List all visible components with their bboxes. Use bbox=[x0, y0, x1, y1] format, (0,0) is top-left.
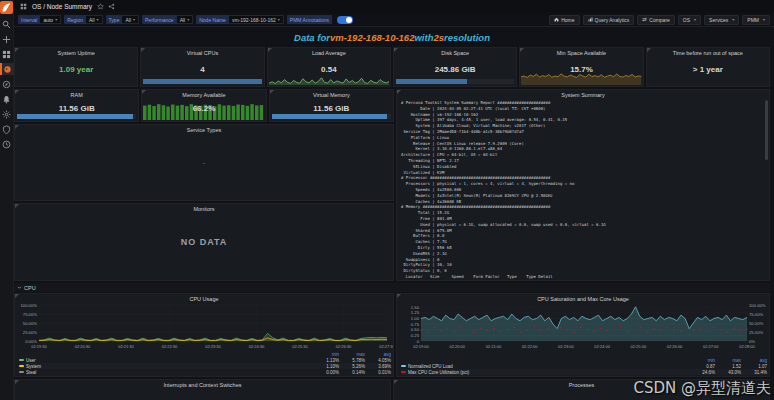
nav-query-analytics-button[interactable]: Query Analytics bbox=[583, 15, 635, 25]
configuration-icon[interactable] bbox=[1, 108, 13, 120]
panel-corner-icon bbox=[270, 90, 274, 94]
star-icon[interactable] bbox=[97, 3, 104, 10]
legend-col-avg[interactable]: avg bbox=[365, 352, 391, 357]
panel-corner-icon bbox=[268, 48, 272, 52]
dashboard-title[interactable]: OS / Node Summary bbox=[32, 3, 92, 10]
panel-title[interactable]: RAM bbox=[15, 90, 138, 98]
explore-icon[interactable] bbox=[1, 78, 13, 90]
panel-title[interactable]: Memory Available bbox=[142, 90, 265, 98]
panel-title[interactable]: Monitors bbox=[15, 204, 393, 212]
panel-corner-icon bbox=[15, 204, 19, 208]
filter-type[interactable]: Type All▾ bbox=[106, 15, 139, 24]
cpu-saturation-chart[interactable]: 00.250.500.751.001.251.500%25.00%50.00%7… bbox=[399, 303, 769, 349]
panel-service-types[interactable]: Service Types - bbox=[14, 124, 394, 201]
panel-disk-space[interactable]: Disk Space 245.86 GiB bbox=[393, 47, 517, 87]
panel-time-before-out-of-space[interactable]: Time before run out of space > 1 year bbox=[646, 47, 770, 87]
svg-text:25.00%: 25.00% bbox=[23, 330, 37, 335]
filter-region-value[interactable]: All▾ bbox=[86, 15, 103, 24]
legend-row-normalized-load[interactable]: Normalized CPU Load 0.87 1.52 1.07 bbox=[401, 363, 767, 369]
gauge-bar bbox=[17, 114, 136, 119]
filter-interval-value[interactable]: auto▾ bbox=[40, 15, 61, 24]
stat-value: 15.7% bbox=[520, 65, 642, 74]
panel-virtual-memory[interactable]: Virtual Memory 11.56 GiB bbox=[269, 89, 394, 122]
svg-text:02:28:00: 02:28:00 bbox=[739, 344, 755, 349]
panel-title[interactable]: CPU Saturation and Max Core Usage bbox=[397, 294, 769, 302]
panel-title[interactable]: Service Types bbox=[15, 125, 393, 133]
legend-row-system[interactable]: System 1.10% 5.26% 3.69% bbox=[19, 363, 391, 369]
row-header-cpu[interactable]: CPU bbox=[14, 283, 770, 292]
gauge-bar bbox=[272, 114, 391, 119]
csdn-watermark: CSDN @异型清道夫 bbox=[633, 379, 771, 398]
svg-text:1.00: 1.00 bbox=[411, 316, 420, 321]
filter-region[interactable]: Region All▾ bbox=[64, 15, 102, 24]
panel-corner-icon bbox=[397, 294, 401, 298]
filter-performance[interactable]: Performance All▾ bbox=[142, 15, 193, 24]
chevron-down-icon: ▾ bbox=[763, 17, 765, 22]
panel-corner-icon bbox=[15, 48, 19, 52]
legend-row-user[interactable]: User 1.13% 5.78% 4.05% bbox=[19, 357, 391, 363]
panel-interrupts-context-switches[interactable]: Interrupts and Context Switches bbox=[14, 379, 391, 400]
cpu-usage-chart[interactable]: 0.00%25.00%50.00%75.00%100.00%02:19:3002… bbox=[17, 303, 393, 349]
stats-row-1: System Uptime 1.09 year Virtual CPUs 4 L… bbox=[14, 47, 770, 87]
panel-title[interactable]: Time before run out of space bbox=[647, 48, 769, 56]
panel-min-space-available[interactable]: Min Space Available 15.7% bbox=[519, 47, 643, 87]
filter-node-name-value[interactable]: vm-192-168-10-162▾ bbox=[229, 15, 284, 24]
scrollbar[interactable] bbox=[765, 100, 768, 160]
legend-col-min[interactable]: min bbox=[313, 352, 339, 357]
panel-title[interactable]: Interrupts and Context Switches bbox=[15, 380, 390, 388]
panel-cpu-usage[interactable]: CPU Usage 0.00%25.00%50.00%75.00%100.00%… bbox=[14, 293, 394, 377]
nav-services-button[interactable]: Services▾ bbox=[704, 15, 739, 25]
search-icon[interactable] bbox=[1, 18, 13, 30]
svg-text:02:22:30: 02:22:30 bbox=[162, 344, 178, 349]
panel-corner-icon bbox=[520, 48, 524, 52]
nav-compare-button[interactable]: Compare bbox=[637, 15, 675, 25]
panel-monitors[interactable]: Monitors NO DATA bbox=[14, 203, 394, 281]
svg-text:02:23:00: 02:23:00 bbox=[558, 344, 574, 349]
help-icon[interactable] bbox=[1, 138, 13, 150]
legend-col-max[interactable]: max bbox=[339, 352, 365, 357]
nav-home-button[interactable]: Home bbox=[549, 15, 579, 25]
dashboards-icon[interactable] bbox=[1, 48, 13, 60]
panel-title[interactable]: Virtual Memory bbox=[270, 90, 393, 98]
svg-text:02:25:30: 02:25:30 bbox=[292, 344, 308, 349]
pmm-dashboards-icon[interactable] bbox=[0, 63, 14, 75]
filter-performance-value[interactable]: All▾ bbox=[177, 15, 194, 24]
legend-col-min[interactable]: min bbox=[689, 358, 715, 363]
svg-text:1.25: 1.25 bbox=[411, 310, 420, 315]
system-summary-text: # Percona Toolkit System Summary Report … bbox=[397, 98, 769, 281]
panel-virtual-cpus[interactable]: Virtual CPUs 4 bbox=[140, 47, 264, 87]
panel-system-summary[interactable]: System Summary # Percona Toolkit System … bbox=[396, 89, 770, 281]
panel-title[interactable]: System Uptime bbox=[15, 48, 137, 56]
filter-node-name[interactable]: Node Name vm-192-168-10-162▾ bbox=[196, 15, 284, 24]
nav-os-button[interactable]: OS▾ bbox=[678, 15, 701, 25]
panel-ram[interactable]: RAM 11.56 GiB bbox=[14, 89, 139, 122]
panel-title[interactable]: CPU Usage bbox=[15, 294, 393, 302]
share-icon[interactable] bbox=[108, 3, 115, 10]
panel-system-uptime[interactable]: System Uptime 1.09 year bbox=[14, 47, 138, 87]
grafana-logo-icon[interactable] bbox=[0, 1, 13, 14]
legend-col-max[interactable]: max bbox=[715, 358, 741, 363]
panel-load-average[interactable]: Load Average 0.54 bbox=[267, 47, 391, 87]
alerting-icon[interactable] bbox=[1, 93, 13, 105]
server-admin-icon[interactable] bbox=[1, 123, 13, 135]
create-icon[interactable] bbox=[1, 33, 13, 45]
panel-memory-available[interactable]: Memory Available 66.2% bbox=[141, 89, 266, 122]
panel-title[interactable]: Virtual CPUs bbox=[141, 48, 263, 56]
legend-col-avg[interactable]: avg bbox=[741, 358, 767, 363]
panel-title[interactable]: Min Space Available bbox=[520, 48, 642, 56]
legend-row-steal[interactable]: Steal 0.00% 0.14% 0.01% bbox=[19, 369, 391, 375]
nav-pmm-button[interactable]: PMM▾ bbox=[742, 15, 770, 25]
filter-type-value[interactable]: All▾ bbox=[122, 15, 139, 24]
panel-title[interactable]: System Summary bbox=[397, 90, 769, 98]
panel-title[interactable]: Disk Space bbox=[394, 48, 516, 56]
panel-cpu-saturation[interactable]: CPU Saturation and Max Core Usage 00.250… bbox=[396, 293, 770, 377]
filter-interval[interactable]: Interval auto▾ bbox=[18, 15, 61, 24]
dashboard-panels-area: Data for vm-192-168-10-162 with 2s resol… bbox=[14, 27, 774, 400]
filter-node-name-label: Node Name bbox=[196, 15, 229, 24]
svg-text:02:20:00: 02:20:00 bbox=[449, 344, 465, 349]
legend-row-max-core-utilization[interactable]: Max CPU Core Utilization (pct) 24.6% 43.… bbox=[401, 369, 767, 375]
pmm-annotations-toggle[interactable] bbox=[337, 16, 353, 24]
svg-text:0.50: 0.50 bbox=[411, 327, 420, 332]
series-swatch bbox=[401, 371, 406, 373]
panel-title[interactable]: Load Average bbox=[268, 48, 390, 56]
